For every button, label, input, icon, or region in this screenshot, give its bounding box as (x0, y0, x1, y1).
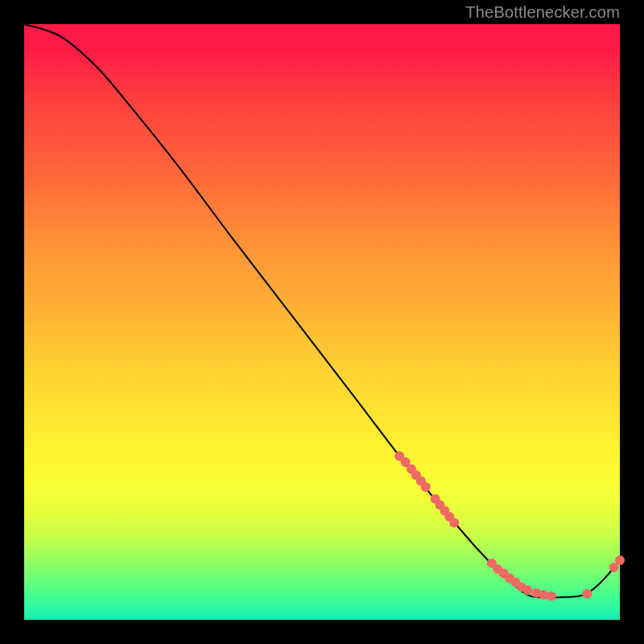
watermark-text: TheBottlenecker.com (465, 3, 620, 22)
data-marker (547, 591, 556, 601)
data-marker (522, 585, 532, 595)
data-marker (449, 518, 459, 527)
bottleneck-curve (24, 24, 620, 598)
data-marker (421, 482, 431, 492)
chart-overlay (24, 24, 620, 620)
data-marker (615, 555, 625, 565)
chart-stage: TheBottlenecker.com (0, 0, 644, 644)
data-markers-group (394, 452, 625, 601)
data-marker (582, 588, 592, 598)
